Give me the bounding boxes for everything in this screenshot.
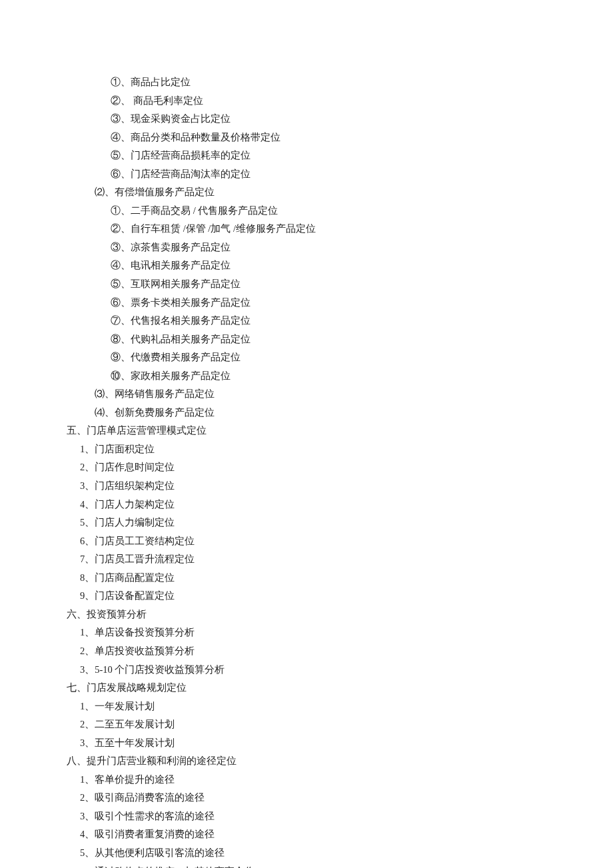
outline-item: 9、门店设备配置定位 (80, 587, 560, 606)
outline-item: 八、提升门店营业额和利润的途径定位 (67, 752, 560, 771)
outline-item: ⑶、网络销售服务产品定位 (95, 385, 560, 404)
outline-item: ②、自行车租赁 /保管 /加气 /维修服务产品定位 (111, 220, 560, 238)
document-page: ①、商品占比定位②、 商品毛利率定位③、现金采购资金占比定位④、商品分类和品种数… (0, 0, 613, 868)
outline-item: ③、凉茶售卖服务产品定位 (111, 238, 560, 257)
outline-item: 1、一年发展计划 (80, 697, 560, 716)
outline-item: 2、单店投资收益预算分析 (80, 642, 560, 661)
outline-item: ⑷、创新免费服务产品定位 (95, 404, 560, 422)
outline-item: 6、通过购物卡的推广，与其他商家合作； (80, 863, 560, 868)
outline-list: ①、商品占比定位②、 商品毛利率定位③、现金采购资金占比定位④、商品分类和品种数… (67, 73, 560, 868)
outline-item: 五、门店单店运营管理模式定位 (67, 422, 560, 440)
outline-item: 4、门店人力架构定位 (80, 496, 560, 514)
outline-item: 8、门店商品配置定位 (80, 569, 560, 588)
outline-item: 1、客单价提升的途径 (80, 771, 560, 789)
outline-item: 七、门店发展战略规划定位 (67, 679, 560, 697)
outline-item: 3、五至十年发展计划 (80, 734, 560, 753)
outline-item: ②、 商品毛利率定位 (111, 92, 560, 111)
outline-item: 1、门店面积定位 (80, 440, 560, 459)
outline-item: 5、门店人力编制定位 (80, 514, 560, 532)
outline-item: 1、单店设备投资预算分析 (80, 624, 560, 642)
outline-item: ⑥、票务卡类相关服务产品定位 (111, 294, 560, 312)
outline-item: ④、电讯相关服务产品定位 (111, 256, 560, 275)
outline-item: 6、门店员工工资结构定位 (80, 532, 560, 551)
outline-item: ①、商品占比定位 (111, 73, 560, 92)
outline-item: ④、商品分类和品种数量及价格带定位 (111, 129, 560, 147)
outline-item: ⑥、门店经营商品淘汰率的定位 (111, 165, 560, 184)
outline-item: ⑧、代购礼品相关服务产品定位 (111, 330, 560, 349)
outline-item: ⑵、有偿增值服务产品定位 (95, 183, 560, 202)
outline-item: 2、二至五年发展计划 (80, 715, 560, 734)
outline-item: ⑦、代售报名相关服务产品定位 (111, 312, 560, 330)
outline-item: ③、现金采购资金占比定位 (111, 110, 560, 129)
outline-item: 5、从其他便利店吸引客流的途径 (80, 844, 560, 863)
outline-item: ⑨、代缴费相关服务产品定位 (111, 348, 560, 367)
outline-item: 3、门店组织架构定位 (80, 477, 560, 496)
outline-item: 2、吸引商品消费客流的途径 (80, 789, 560, 807)
outline-item: ⑤、门店经营商品损耗率的定位 (111, 147, 560, 165)
outline-item: 4、吸引消费者重复消费的途径 (80, 825, 560, 844)
outline-item: 2、门店作息时间定位 (80, 458, 560, 477)
outline-item: ①、二手商品交易 / 代售服务产品定位 (111, 202, 560, 220)
outline-item: 六、投资预算分析 (67, 606, 560, 624)
outline-item: 3、5-10 个门店投资收益预算分析 (80, 661, 560, 679)
outline-item: ⑩、家政相关服务产品定位 (111, 367, 560, 386)
outline-item: ⑤、互联网相关服务产品定位 (111, 275, 560, 294)
outline-item: 7、门店员工晋升流程定位 (80, 550, 560, 569)
outline-item: 3、吸引个性需求的客流的途径 (80, 807, 560, 826)
